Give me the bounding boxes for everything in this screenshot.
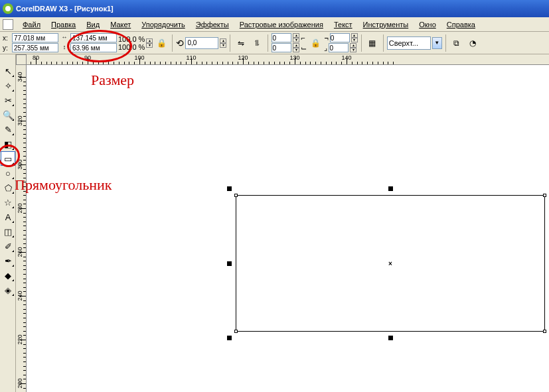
corner-br-spin[interactable]: ▴▾ bbox=[350, 43, 356, 52]
app-icon bbox=[3, 3, 13, 14]
rotation-input[interactable] bbox=[185, 37, 218, 49]
tool-freehand[interactable]: ✎ bbox=[1, 122, 15, 137]
rotation-spinner[interactable]: ▴▾ bbox=[220, 38, 226, 48]
menu-tools[interactable]: Инструменты bbox=[358, 21, 414, 29]
node-top-left[interactable] bbox=[234, 194, 238, 197]
handle-bottom-left[interactable] bbox=[227, 336, 232, 340]
toolbox: ↖✧✂🔍✎◧▭○⬠☆A◫✐✒◆◈ bbox=[0, 54, 16, 392]
corner-bl-input[interactable] bbox=[272, 43, 291, 52]
wrap-text-button[interactable]: ⧉ bbox=[449, 36, 464, 50]
tool-polygon[interactable]: ⬠ bbox=[1, 180, 15, 195]
menu-layout[interactable]: Макет bbox=[105, 21, 136, 29]
lock-ratio-button[interactable]: 🔒 bbox=[154, 36, 169, 50]
tool-crop[interactable]: ✂ bbox=[1, 93, 15, 107]
y-position-input[interactable] bbox=[12, 43, 58, 52]
menu-bitmaps[interactable]: Растровые изображения bbox=[234, 21, 329, 29]
ruler-origin[interactable] bbox=[16, 54, 27, 65]
document-title: [Рисунок1] bbox=[74, 5, 114, 13]
menu-view[interactable]: Вид bbox=[81, 21, 105, 29]
scale-x-value[interactable]: 100.0 bbox=[118, 35, 137, 43]
menu-effects[interactable]: Эффекты bbox=[191, 21, 234, 29]
height-icon: ↕ bbox=[60, 44, 69, 52]
tool-interactive-fill[interactable]: ◈ bbox=[1, 283, 15, 297]
width-icon: ↔ bbox=[60, 34, 69, 42]
handle-bottom-middle[interactable] bbox=[388, 336, 393, 340]
menu-text[interactable]: Текст bbox=[329, 21, 358, 29]
tool-ellipse[interactable]: ○ bbox=[1, 166, 15, 180]
node-bottom-right[interactable] bbox=[543, 330, 546, 333]
scale-spinner[interactable]: ▴▾ bbox=[146, 38, 153, 48]
to-front-button[interactable]: ▦ bbox=[365, 36, 380, 50]
x-position-input[interactable] bbox=[12, 33, 58, 42]
menu-edit[interactable]: Правка bbox=[46, 21, 81, 29]
menu-help[interactable]: Справка bbox=[441, 21, 481, 29]
menubar: Файл Правка Вид Макет Упорядочить Эффект… bbox=[0, 17, 549, 32]
titlebar: CorelDRAW X3 - [Рисунок1] bbox=[0, 0, 549, 17]
corner-bl-icon: ⌙ bbox=[301, 44, 307, 52]
corner-tr-spin[interactable]: ▴▾ bbox=[351, 33, 358, 42]
tool-eyedropper[interactable]: ✐ bbox=[1, 239, 15, 253]
corner-tr-icon: ¬ bbox=[324, 34, 328, 42]
menu-file[interactable]: Файл bbox=[17, 21, 46, 29]
tool-shape[interactable]: ✧ bbox=[1, 78, 15, 93]
convert-curves-button[interactable]: ◔ bbox=[465, 36, 480, 50]
handle-top-left[interactable] bbox=[227, 186, 232, 191]
app-title: CorelDRAW X3 bbox=[16, 5, 68, 13]
outline-dropdown-arrow[interactable]: ▼ bbox=[432, 37, 442, 49]
mirror-horizontal-button[interactable]: ⇋ bbox=[234, 36, 248, 50]
canvas[interactable]: × bbox=[27, 65, 549, 392]
corner-bl-spin[interactable]: ▴▾ bbox=[293, 43, 299, 52]
tool-rectangle[interactable]: ▭ bbox=[1, 151, 15, 166]
tool-text[interactable]: A bbox=[1, 210, 15, 224]
selected-rectangle[interactable]: × bbox=[229, 188, 549, 338]
outline-width-dropdown[interactable]: Сверхт... bbox=[387, 36, 431, 50]
tool-fill[interactable]: ◆ bbox=[1, 268, 15, 283]
tool-zoom[interactable]: 🔍 bbox=[1, 107, 15, 122]
corner-br-icon: ⌟ bbox=[324, 44, 327, 52]
tool-interactive[interactable]: ◫ bbox=[1, 224, 15, 239]
property-bar: x: y: ↔ ↕ 100.0 % 100.0 % ▴▾ 🔒 ⟲ ▴▾ ⇋ ⥮ … bbox=[0, 32, 549, 54]
corner-lock-button[interactable]: 🔒 bbox=[308, 36, 323, 50]
corner-tl-spin[interactable]: ▴▾ bbox=[293, 33, 299, 42]
corner-br-input[interactable] bbox=[329, 43, 349, 52]
node-top-right[interactable] bbox=[543, 194, 546, 197]
corner-tr-input[interactable] bbox=[330, 33, 350, 42]
tool-basic-shapes[interactable]: ☆ bbox=[1, 195, 15, 210]
selection-center-mark: × bbox=[388, 260, 392, 267]
ruler-horizontal[interactable]: 5060708090100110120130140 bbox=[27, 54, 549, 65]
height-input[interactable] bbox=[70, 43, 117, 52]
document-icon[interactable] bbox=[3, 19, 13, 30]
ruler-vertical[interactable]: 340320300280260240220200 bbox=[16, 65, 27, 392]
x-label: x: bbox=[3, 34, 11, 42]
width-input[interactable] bbox=[70, 33, 117, 42]
corner-tl-input[interactable] bbox=[272, 33, 291, 42]
handle-top-middle[interactable] bbox=[388, 186, 393, 191]
scale-y-value[interactable]: 100.0 bbox=[118, 43, 137, 51]
tool-pick[interactable]: ↖ bbox=[1, 64, 15, 78]
handle-middle-left[interactable] bbox=[227, 261, 232, 266]
node-bottom-left[interactable] bbox=[234, 330, 238, 333]
tool-smartfill[interactable]: ◧ bbox=[1, 137, 15, 151]
tool-outline[interactable]: ✒ bbox=[1, 253, 15, 268]
menu-window[interactable]: Окно bbox=[414, 21, 441, 29]
corner-tl-icon: ⌐ bbox=[301, 34, 305, 42]
mirror-vertical-button[interactable]: ⥮ bbox=[250, 36, 264, 50]
y-label: y: bbox=[3, 44, 11, 52]
menu-arrange[interactable]: Упорядочить bbox=[136, 21, 190, 29]
rotation-icon: ⟲ bbox=[176, 38, 184, 48]
